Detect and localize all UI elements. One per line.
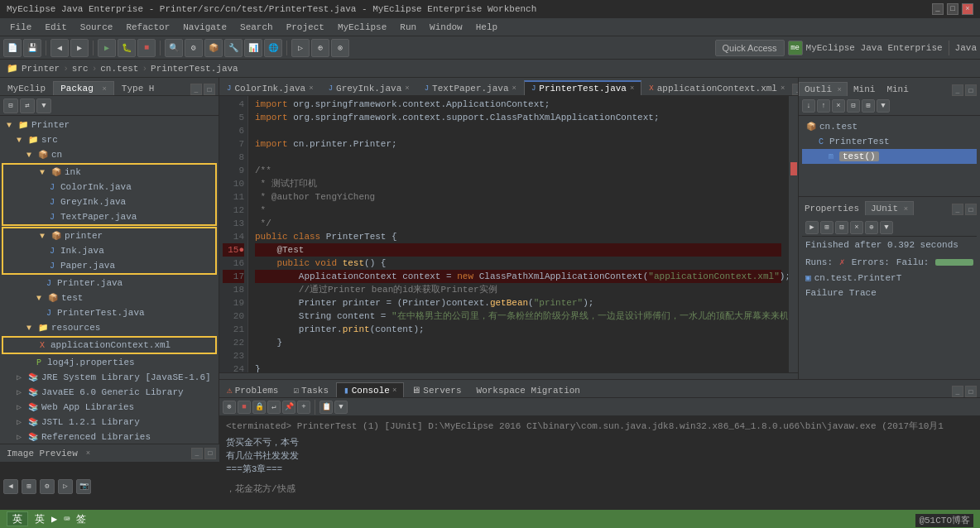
tree-item-javaee[interactable]: ▷ 📚 JavaEE 6.0 Generic Library — [0, 385, 219, 400]
junit-test-item[interactable]: ▣ cn.test.PrinterT — [802, 271, 977, 285]
console-word-wrap[interactable]: ↵ — [267, 401, 281, 414]
toolbar-btn-3[interactable]: 📊 — [244, 39, 262, 57]
minimize-button[interactable]: _ — [932, 3, 944, 15]
tree-item-jre[interactable]: ▷ 📚 JRE System Library [JavaSE-1.6] — [0, 370, 219, 385]
imgpreview-maximize[interactable]: □ — [204, 448, 216, 459]
junit-tb2[interactable]: ⊞ — [820, 221, 833, 234]
console-stop[interactable]: ■ — [238, 401, 251, 414]
imgpreview-minimize[interactable]: _ — [191, 448, 203, 459]
junit-tb4[interactable]: × — [850, 221, 863, 234]
junit-tb6[interactable]: ▼ — [880, 221, 893, 234]
toolbar-settings[interactable]: ⚙ — [185, 39, 203, 57]
toolbar-btn-5[interactable]: ▷ — [291, 39, 310, 57]
console-new[interactable]: + — [297, 401, 310, 414]
tree-menu-btn[interactable]: ▼ — [36, 98, 51, 113]
editor-minimize[interactable]: _ — [792, 84, 798, 95]
window-controls[interactable]: _ □ × — [932, 3, 973, 15]
outline-btn5[interactable]: ⊞ — [862, 99, 875, 113]
editor-tab-textpaper[interactable]: J TextPaper.java × — [417, 81, 524, 95]
junit-minimize[interactable]: _ — [952, 204, 963, 215]
imgpreview-btn5[interactable]: 📷 — [76, 479, 91, 494]
editor-scrollbar-h[interactable] — [219, 372, 798, 379]
tree-item-printertest[interactable]: J PrinterTest.java — [0, 305, 219, 320]
tree-item-printer[interactable]: ▼ 📁 Printer — [0, 118, 219, 132]
menu-navigate[interactable]: Navigate — [176, 21, 233, 34]
tab-package-close[interactable]: × — [102, 85, 106, 94]
printertest-tab-close[interactable]: × — [630, 84, 634, 93]
textpaper-tab-close[interactable]: × — [512, 84, 516, 93]
tree-item-paper-java[interactable]: J Paper.java — [3, 258, 215, 273]
tree-item-resources[interactable]: ▼ 📁 resources — [0, 320, 219, 335]
tab-problems[interactable]: ⚠ Problems — [219, 382, 286, 397]
breadcrumb-item-1[interactable]: Printer — [22, 64, 60, 74]
tab-migration[interactable]: Workspace Migration — [469, 383, 588, 397]
toolbar-stop[interactable]: ■ — [137, 39, 156, 57]
menu-file[interactable]: File — [3, 21, 38, 34]
panel-maximize-btn[interactable]: □ — [204, 84, 215, 95]
imgpreview-btn3[interactable]: ⚙ — [40, 479, 55, 494]
tab-myeclip[interactable]: MyEclip — [0, 81, 53, 95]
tree-item-appctx[interactable]: X applicationContext.xml — [3, 338, 215, 353]
tree-item-webapp[interactable]: ▷ 📚 Web App Libraries — [0, 400, 219, 415]
tab-mini2[interactable]: Mini — [881, 82, 914, 96]
tab-mini1[interactable]: Mini — [848, 82, 881, 96]
tab-properties[interactable]: Properties — [799, 201, 865, 215]
menu-edit[interactable]: Edit — [38, 21, 73, 34]
outline-btn6[interactable]: ▼ — [877, 99, 890, 113]
toolbar-search[interactable]: 🔍 — [165, 39, 183, 57]
tree-item-colorink[interactable]: J ColorInk.java — [3, 180, 215, 194]
tab-junit[interactable]: JUnit × — [865, 201, 914, 215]
greyink-tab-close[interactable]: × — [405, 84, 409, 93]
outline-btn3[interactable]: × — [832, 99, 845, 113]
menu-search[interactable]: Search — [233, 21, 280, 34]
tree-item-textpaper[interactable]: J TextPaper.java — [3, 209, 215, 224]
menu-run[interactable]: Run — [393, 21, 423, 34]
breadcrumb-item-2[interactable]: src — [72, 64, 89, 74]
toolbar-back[interactable]: ◀ — [50, 39, 69, 57]
breadcrumb-item-3[interactable]: cn.test — [100, 64, 138, 74]
tree-item-ink-java[interactable]: J Ink.java — [3, 243, 215, 258]
junit-tb5[interactable]: ⊕ — [865, 221, 878, 234]
tab-typeh[interactable]: Type H — [114, 81, 162, 95]
tab-console[interactable]: ▮ Console × — [336, 382, 404, 397]
toolbar-btn-6[interactable]: ⊕ — [311, 39, 329, 57]
code-editor[interactable]: 45678 910111213 14 15● 16 17 1819202122 … — [219, 96, 798, 372]
ime-option-3[interactable]: ⌨ — [64, 513, 70, 526]
toolbar-new[interactable]: 📄 — [3, 39, 22, 57]
quick-access-button[interactable]: Quick Access — [715, 40, 785, 56]
editor-tab-greyink[interactable]: J GreyInk.java × — [321, 81, 417, 95]
toolbar-btn-2[interactable]: 🔧 — [224, 39, 243, 57]
console-scroll-lock[interactable]: 🔒 — [252, 401, 266, 414]
tab-package[interactable]: Packag × — [53, 81, 114, 95]
toolbar-save[interactable]: 💾 — [23, 39, 41, 57]
appctx-tab-close[interactable]: × — [781, 84, 785, 93]
ime-english-indicator[interactable]: 英 — [7, 511, 28, 526]
console-pin[interactable]: 📌 — [282, 401, 295, 414]
imgpreview-btn4[interactable]: ▷ — [58, 479, 73, 494]
console-btn2[interactable]: ▼ — [334, 401, 348, 414]
tab-servers[interactable]: 🖥 Servers — [404, 382, 468, 397]
tree-item-reflibs[interactable]: ▷ 📚 Referenced Libraries — [0, 430, 219, 444]
junit-tb1[interactable]: ▶ — [805, 221, 819, 234]
outline-btn2[interactable]: ↑ — [817, 99, 830, 113]
outline-minimize[interactable]: _ — [952, 84, 963, 96]
toolbar-btn-4[interactable]: 🌐 — [264, 39, 282, 57]
outline-btn1[interactable]: ↓ — [802, 99, 815, 113]
tree-item-log4j[interactable]: P log4j.properties — [0, 355, 219, 370]
imgpreview-btn1[interactable]: ◀ — [3, 479, 18, 494]
imgpreview-btn2[interactable]: ⊞ — [22, 479, 36, 494]
tree-item-jstl[interactable]: ▷ 📚 JSTL 1.2.1 Library — [0, 415, 219, 430]
ime-option-2[interactable]: ▶ — [51, 513, 57, 526]
tree-item-greyink[interactable]: J GreyInk.java — [3, 194, 215, 209]
outline-close[interactable]: × — [838, 86, 842, 94]
outline-maximize[interactable]: □ — [965, 84, 977, 96]
junit-tb3[interactable]: ⊟ — [835, 221, 848, 234]
toolbar-btn-1[interactable]: 📦 — [204, 39, 223, 57]
tree-item-printer-pkg[interactable]: ▼ 📦 printer — [3, 228, 215, 243]
toolbar-btn-7[interactable]: ⊗ — [331, 39, 349, 57]
panel-minimize-btn[interactable]: _ — [190, 84, 202, 95]
junit-close[interactable]: × — [904, 205, 908, 214]
console-clear[interactable]: ⊗ — [223, 401, 236, 414]
editor-tab-printertest[interactable]: J PrinterTest.java × — [524, 80, 641, 95]
menu-window[interactable]: Window — [423, 21, 469, 34]
